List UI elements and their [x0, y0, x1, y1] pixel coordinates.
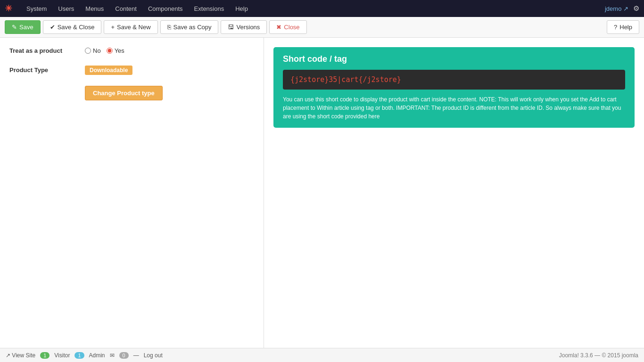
treat-as-product-row: Treat as a product No Yes [9, 47, 254, 59]
topbar-right: jdemo ↗ ⚙ [605, 4, 639, 13]
top-nav: System Users Menus Content Components Ex… [22, 3, 605, 14]
visitor-badge: 1 [40, 352, 50, 359]
main-upper: Treat as a product No Yes Product Type D… [0, 38, 644, 348]
nav-system[interactable]: System [22, 3, 51, 14]
plus-icon: + [111, 24, 115, 31]
save-icon: ✎ [12, 24, 17, 31]
downloadable-badge: Downloadable [85, 66, 132, 75]
versions-icon: 🖫 [228, 24, 234, 31]
radio-no-input[interactable] [85, 48, 91, 54]
nav-extensions[interactable]: Extensions [190, 3, 229, 14]
close-button[interactable]: ✖ Close [269, 20, 306, 34]
shortcode-code: {j2store}35|cart{/j2store} [283, 70, 625, 90]
product-type-row: Product Type Downloadable [9, 66, 254, 78]
radio-yes-label[interactable]: Yes [107, 47, 124, 54]
change-type-row: Change Product type [9, 86, 254, 105]
shortcode-panel: Short code / tag {j2store}35|cart{/j2sto… [264, 38, 644, 348]
nav-content[interactable]: Content [110, 3, 141, 14]
product-type-panel: Treat as a product No Yes Product Type D… [0, 38, 264, 348]
checkmark-icon: ✔ [50, 24, 55, 31]
product-type-label: Product Type [9, 66, 85, 74]
save-close-button[interactable]: ✔ Save & Close [43, 20, 102, 34]
yes-label: Yes [115, 47, 124, 54]
view-site-link[interactable]: ↗ View Site [6, 352, 35, 359]
gear-icon[interactable]: ⚙ [633, 4, 639, 13]
shortcode-title: Short code / tag [283, 54, 625, 64]
change-type-control: Change Product type [85, 86, 254, 100]
product-type-control: Downloadable [85, 66, 254, 74]
user-menu[interactable]: jdemo ↗ [605, 5, 628, 12]
radio-yes-input[interactable] [107, 48, 113, 54]
admin-badge: 1 [74, 352, 84, 359]
treat-label: Treat as a product [9, 47, 85, 54]
shortcode-description: You can use this short code to display t… [283, 95, 625, 121]
close-icon: ✖ [276, 24, 281, 31]
nav-menus[interactable]: Menus [81, 3, 108, 14]
toolbar: ✎ Save ✔ Save & Close + Save & New ⎘ Sav… [0, 17, 644, 38]
shortcode-box: Short code / tag {j2store}35|cart{/j2sto… [273, 47, 635, 128]
nav-help[interactable]: Help [231, 3, 253, 14]
copy-icon: ⎘ [167, 24, 171, 31]
save-button[interactable]: ✎ Save [5, 20, 41, 34]
version-text: Joomla! 3.3.6 — © 2015 joomla [559, 352, 638, 359]
change-product-type-button[interactable]: Change Product type [85, 86, 163, 100]
topbar: ☀ System Users Menus Content Components … [0, 0, 644, 17]
logo-icon: ☀ [5, 3, 12, 14]
radio-no-label[interactable]: No [85, 47, 101, 54]
logout-link[interactable]: Log out [144, 352, 163, 359]
statusbar: ↗ View Site 1 Visitor 1 Admin ✉ 0 — Log … [0, 348, 644, 362]
versions-button[interactable]: 🖫 Versions [221, 20, 267, 34]
nav-users[interactable]: Users [53, 3, 79, 14]
save-copy-button[interactable]: ⎘ Save as Copy [160, 20, 219, 34]
admin-label: Admin [89, 352, 105, 359]
save-new-button[interactable]: + Save & New [104, 20, 157, 34]
visitor-label: Visitor [54, 352, 70, 359]
help-button[interactable]: ? Help [607, 20, 639, 34]
help-icon: ? [614, 24, 617, 31]
msg-badge: 0 [119, 352, 129, 359]
treat-radio-group: No Yes [85, 47, 254, 54]
nav-components[interactable]: Components [143, 3, 188, 14]
no-label: No [93, 47, 101, 54]
